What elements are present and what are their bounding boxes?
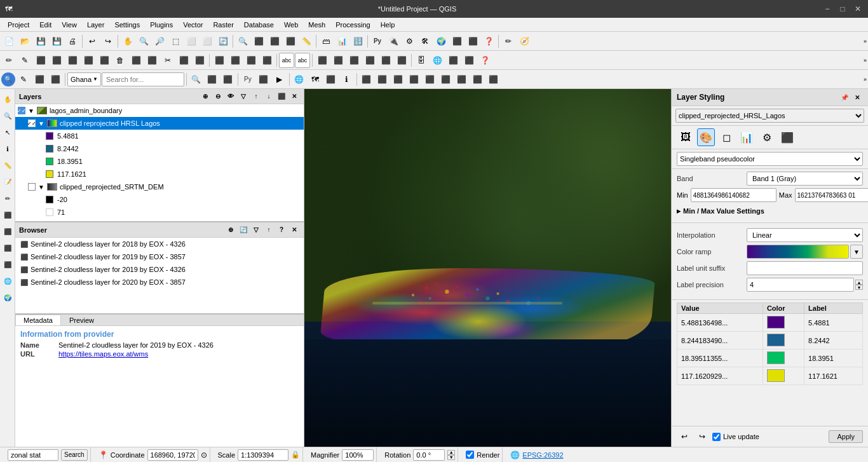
color-swatch[interactable] (767, 369, 785, 382)
layer-select-dropdown[interactable]: clipped_reprojected_HRSL_Lagos (675, 109, 864, 123)
minimize-button[interactable]: − (822, 4, 832, 14)
delete-button[interactable]: 🗑 (112, 53, 128, 68)
add-point-button[interactable]: ⬛ (65, 53, 80, 68)
draw6-button[interactable]: ⬛ (438, 72, 454, 87)
sidebar-globe[interactable]: 🌐 (0, 273, 15, 289)
toolbar2-expand[interactable]: » (864, 57, 867, 64)
close-button[interactable]: ✕ (853, 4, 863, 14)
edit-location-button[interactable]: ✎ (16, 72, 31, 87)
styling-undo-button[interactable]: ↩ (677, 429, 692, 444)
open-project-button[interactable]: 📂 (17, 34, 32, 49)
sidebar-identify[interactable]: ℹ (0, 141, 15, 156)
menu-view[interactable]: View (57, 20, 82, 30)
menu-database[interactable]: Database (239, 20, 279, 30)
python-button[interactable]: Py (370, 34, 385, 49)
help-button[interactable]: ❓ (481, 34, 496, 49)
map-button[interactable]: 🗺 (308, 72, 323, 87)
menu-project[interactable]: Project (3, 20, 34, 30)
tab-metadata[interactable]: Metadata (15, 315, 61, 325)
magnifier-input[interactable] (342, 449, 374, 461)
metadata-value-url[interactable]: https://tiles.maps.eox.at/wms (58, 350, 148, 358)
sidebar-edit[interactable]: ✏ (0, 191, 15, 206)
tab-preview[interactable]: Preview (61, 315, 102, 325)
rotate-button[interactable]: ⬛ (144, 53, 159, 68)
plugin2-button[interactable]: 🛠 (417, 34, 433, 49)
rotation-input[interactable] (413, 449, 445, 461)
max-input[interactable] (795, 188, 868, 202)
add-location-button[interactable]: ⬛ (32, 72, 47, 87)
draw8-button[interactable]: ⬛ (470, 72, 485, 87)
paste-button[interactable]: ⬛ (192, 53, 207, 68)
layer-checkbox[interactable]: ✓ (18, 107, 25, 114)
command-search-input[interactable] (8, 449, 58, 461)
layers-expand-button[interactable]: ⬛ (276, 91, 287, 102)
zoom-in-button[interactable]: 🔍 (136, 34, 151, 49)
precision-up-button[interactable]: ▲ (855, 280, 863, 285)
sidebar-poly[interactable]: ⬛ (0, 240, 15, 255)
styling-rendering-button[interactable]: ⚙ (758, 128, 776, 146)
layers-remove-button[interactable]: ⊖ (212, 91, 224, 102)
undo-button[interactable]: ↩ (85, 34, 100, 49)
layer-item-lagos-admin[interactable]: ✓ ▼ lagos_admin_boundary (15, 104, 304, 117)
menu-web[interactable]: Web (279, 20, 303, 30)
layer-item-landcover-2019[interactable]: ✓ ▼ clipped_reprojected_LandCover_2019 (15, 219, 304, 221)
map-canvas-area[interactable] (304, 89, 671, 447)
browser-item[interactable]: ⬛ Sentinel-2 cloudless layer for 2020 by… (15, 276, 304, 289)
tile-button[interactable]: ⬛ (445, 53, 461, 68)
styling-pyramid-button[interactable]: ⬛ (778, 128, 796, 146)
label-unit-input[interactable] (747, 261, 863, 275)
layer-checkbox[interactable]: ✓ (28, 119, 36, 127)
styling-pin-button[interactable]: 📌 (839, 92, 850, 103)
identify2-button[interactable]: 🔍 (189, 72, 204, 87)
min-input[interactable] (691, 188, 776, 202)
copy-button[interactable]: ⬛ (176, 53, 191, 68)
field1-button[interactable]: ⬛ (315, 53, 330, 68)
add-line-button[interactable]: ⬛ (81, 53, 96, 68)
layer-item-srtm[interactable]: ▼ clipped_reprojected_SRTM_DEM (15, 180, 304, 193)
expand-icon[interactable]: ▼ (38, 184, 44, 191)
identify-button[interactable]: 🔍 (235, 34, 250, 49)
select2-button[interactable]: ⬛ (220, 72, 236, 87)
menu-help[interactable]: Help (376, 20, 400, 30)
layers-close-button[interactable]: ✕ (288, 91, 300, 102)
location-options-button[interactable]: ⬛ (48, 72, 63, 87)
digitize2-button[interactable]: ✏ (1, 53, 17, 68)
plugin3-button[interactable]: ⬛ (449, 34, 465, 49)
browser-filter-button[interactable]: ▽ (250, 224, 262, 236)
live-update-checkbox[interactable] (712, 433, 721, 441)
rotation-down-button[interactable]: ▼ (447, 455, 455, 460)
redo-button[interactable]: ↪ (100, 34, 116, 49)
menu-mesh[interactable]: Mesh (303, 20, 330, 30)
renderer-dropdown[interactable]: Singleband pseudocolor (677, 152, 863, 166)
plugin-button[interactable]: 🔌 (386, 34, 401, 49)
network-button[interactable]: 🌐 (430, 53, 445, 68)
field5-button[interactable]: ⬛ (378, 53, 393, 68)
save-as-button[interactable]: 💾 (49, 34, 64, 49)
layer-checkbox[interactable] (28, 183, 36, 191)
zoom-out-button[interactable]: 🔎 (152, 34, 167, 49)
browser-item[interactable]: ⬛ Sentinel-2 cloudless layer for 2019 by… (15, 263, 304, 276)
location-search-input[interactable] (102, 72, 184, 86)
field2-button[interactable]: ⬛ (330, 53, 346, 68)
color-ramp-button[interactable] (747, 245, 849, 259)
select-button[interactable]: ⬛ (251, 34, 266, 49)
snap4-button[interactable]: ⬛ (259, 53, 275, 68)
layers-add-button[interactable]: ⊕ (200, 91, 211, 102)
menu-edit[interactable]: Edit (34, 20, 57, 30)
browser-collapse-button[interactable]: ↑ (263, 224, 275, 236)
menu-raster[interactable]: Raster (208, 20, 238, 30)
label-precision-input[interactable] (747, 278, 854, 292)
rotation-up-button[interactable]: ▲ (447, 450, 455, 455)
measure-button[interactable]: 📏 (299, 34, 314, 49)
zoom-layer-button[interactable]: ⬜ (184, 34, 199, 49)
add-poly-button[interactable]: ⬛ (97, 53, 112, 68)
sidebar-measure[interactable]: 📏 (0, 158, 15, 173)
pan-button[interactable]: ✋ (120, 34, 135, 49)
python2-button[interactable]: Py (240, 72, 255, 87)
sidebar-line[interactable]: ⬛ (0, 224, 15, 239)
styling-histogram-button[interactable]: 📊 (738, 128, 756, 146)
label1-button[interactable]: abc (279, 53, 294, 68)
menu-vector[interactable]: Vector (178, 20, 208, 30)
location-dropdown[interactable]: Ghana ▼ (67, 72, 101, 86)
draw1-button[interactable]: ⬛ (359, 72, 374, 87)
